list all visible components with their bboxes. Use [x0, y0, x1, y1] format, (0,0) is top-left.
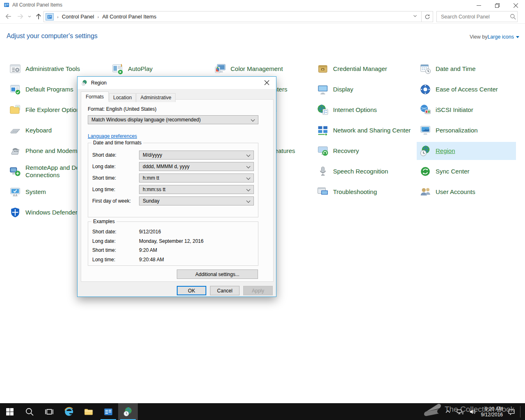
- apply-button[interactable]: Apply: [243, 286, 273, 295]
- short-date-label: Short date:: [92, 152, 139, 158]
- format-label: Format: English (United States): [88, 106, 156, 112]
- cp-item-label: Personalization: [436, 127, 514, 134]
- forward-button[interactable]: [16, 12, 25, 21]
- cp-item-autoplay[interactable]: AutoPlay: [109, 60, 208, 78]
- breadcrumb-control-panel[interactable]: Control Panel: [62, 14, 94, 20]
- cp-item-region[interactable]: Region: [417, 142, 516, 160]
- administrative-tools-icon: [9, 63, 21, 75]
- short-date-select[interactable]: M/d/yyyy: [139, 151, 254, 160]
- tab-formats[interactable]: Formats: [81, 91, 109, 102]
- cp-item-label: Region: [436, 147, 514, 155]
- tab-administrative[interactable]: Administrative: [136, 93, 175, 102]
- cp-item-color-management[interactable]: Color Management: [212, 60, 311, 78]
- cp-item-label: Credential Manager: [333, 65, 412, 73]
- personalization-icon: [419, 124, 431, 137]
- cp-item-display[interactable]: Display: [314, 80, 413, 98]
- page-title: Adjust your computer's settings: [7, 32, 98, 40]
- date-and-time-icon: [419, 63, 431, 75]
- region-dialog-titlebar: Region: [78, 77, 276, 89]
- refresh-button[interactable]: [422, 11, 433, 22]
- volume-tray-icon[interactable]: [468, 407, 477, 416]
- language-preferences-link[interactable]: Language preferences: [88, 133, 137, 139]
- example-long-date-value: Monday, September 12, 2016: [139, 238, 203, 244]
- additional-settings-button[interactable]: Additional settings...: [177, 269, 258, 279]
- cancel-button[interactable]: Cancel: [210, 286, 240, 295]
- tb-taskview-icon: [44, 406, 55, 417]
- maximize-icon: [495, 3, 500, 8]
- close-icon: [264, 80, 269, 85]
- short-time-select[interactable]: h:mm tt: [139, 173, 254, 183]
- tab-location[interactable]: Location: [109, 93, 136, 102]
- recent-locations-chevron[interactable]: [27, 12, 32, 21]
- search-button[interactable]: [20, 403, 39, 420]
- cp-item-date-and-time[interactable]: Date and Time: [417, 60, 516, 78]
- cp-item-label: iSCSI Initiator: [436, 106, 514, 114]
- internet-options-icon: [317, 104, 329, 116]
- cp-item-troubleshooting[interactable]: Troubleshooting: [314, 183, 413, 201]
- example-short-time-value: 9:20 AM: [139, 247, 157, 253]
- cp-item-sync-center[interactable]: Sync Center: [417, 162, 516, 180]
- back-button[interactable]: [4, 12, 12, 21]
- long-date-select[interactable]: dddd, MMMM d, yyyy: [139, 162, 254, 171]
- cp-item-label: Recovery: [333, 147, 412, 155]
- internet-explorer-taskbar-button[interactable]: [59, 403, 79, 420]
- cp-item-credential-manager[interactable]: Credential Manager: [314, 60, 413, 78]
- cp-item-user-accounts[interactable]: User Accounts: [417, 183, 516, 201]
- search-input[interactable]: [437, 14, 509, 20]
- long-date-label: Long date:: [92, 164, 139, 169]
- cp-item-iscsi-initiator[interactable]: iSCSI Initiator: [417, 101, 516, 119]
- clock-time: 9:20 AM: [481, 406, 503, 412]
- tray-expand-chevron-icon[interactable]: [443, 407, 452, 416]
- first-day-of-week-select[interactable]: Sunday: [139, 196, 254, 205]
- sync-center-icon: [419, 165, 431, 178]
- network-sharing-icon: [317, 124, 329, 137]
- examples-group: Examples Short date:9/12/2016Long date:M…: [88, 221, 258, 266]
- start-button[interactable]: [0, 403, 20, 420]
- region-dialog-close-button[interactable]: [258, 77, 276, 89]
- formats-tab-page: Format: English (United States) Match Wi…: [81, 99, 274, 282]
- search-box[interactable]: [436, 11, 518, 22]
- show-desktop-button[interactable]: [522, 403, 525, 420]
- tb-search-icon: [24, 406, 35, 417]
- minimize-button[interactable]: [470, 0, 488, 11]
- windows-defender-icon: [9, 206, 21, 219]
- close-button[interactable]: [507, 0, 525, 11]
- cp-item-label: Color Management: [231, 65, 309, 73]
- long-time-select[interactable]: h:mm:ss tt: [139, 185, 254, 194]
- clock-date: 9/12/2016: [481, 412, 503, 418]
- search-icon[interactable]: [509, 13, 517, 21]
- action-center-icon[interactable]: [507, 407, 516, 416]
- example-long-date-label: Long date:: [92, 238, 139, 244]
- example-short-time-label: Short time:: [92, 247, 139, 253]
- user-accounts-icon: [419, 186, 431, 198]
- cp-item-speech-recognition[interactable]: Speech Recognition: [314, 162, 413, 180]
- region-taskbar-button[interactable]: [118, 403, 138, 420]
- cp-item-recovery[interactable]: Recovery: [314, 142, 413, 160]
- address-location-icon: [46, 13, 54, 21]
- file-explorer-taskbar-button[interactable]: [79, 403, 98, 420]
- cp-item-administrative-tools[interactable]: Administrative Tools: [7, 60, 106, 78]
- first-day-of-week-label: First day of week:: [92, 198, 139, 204]
- ok-button[interactable]: OK: [177, 286, 206, 295]
- cp-item-ease-of-access-center[interactable]: Ease of Access Center: [417, 80, 516, 98]
- maximize-button[interactable]: [488, 0, 507, 11]
- region-dialog: Region FormatsLocationAdministrative For…: [77, 76, 276, 297]
- recovery-icon: [317, 145, 329, 157]
- address-dropdown-chevron[interactable]: [412, 13, 421, 21]
- cp-item-network-and-sharing-center[interactable]: Network and Sharing Center: [314, 121, 413, 139]
- taskbar-clock[interactable]: 9:20 AM 9/12/2016: [481, 406, 503, 418]
- task-view-button[interactable]: [39, 403, 59, 420]
- control-panel-taskbar-button[interactable]: [98, 403, 118, 420]
- cp-item-label: AutoPlay: [128, 65, 207, 73]
- cp-item-label: Troubleshooting: [333, 188, 412, 196]
- control-panel-window-icon: [3, 2, 10, 8]
- up-button[interactable]: [34, 12, 43, 21]
- view-by-selector[interactable]: Large icons: [487, 34, 519, 40]
- cp-item-personalization[interactable]: Personalization: [417, 121, 516, 139]
- breadcrumb-all-items[interactable]: All Control Panel Items: [102, 14, 156, 20]
- cp-item-internet-options[interactable]: Internet Options: [314, 101, 413, 119]
- network-tray-icon[interactable]: [456, 407, 465, 416]
- view-by-label: View by:: [470, 34, 489, 40]
- format-select[interactable]: Match Windows display language (recommen…: [88, 115, 258, 124]
- address-bar[interactable]: › Control Panel › All Control Panel Item…: [43, 11, 422, 22]
